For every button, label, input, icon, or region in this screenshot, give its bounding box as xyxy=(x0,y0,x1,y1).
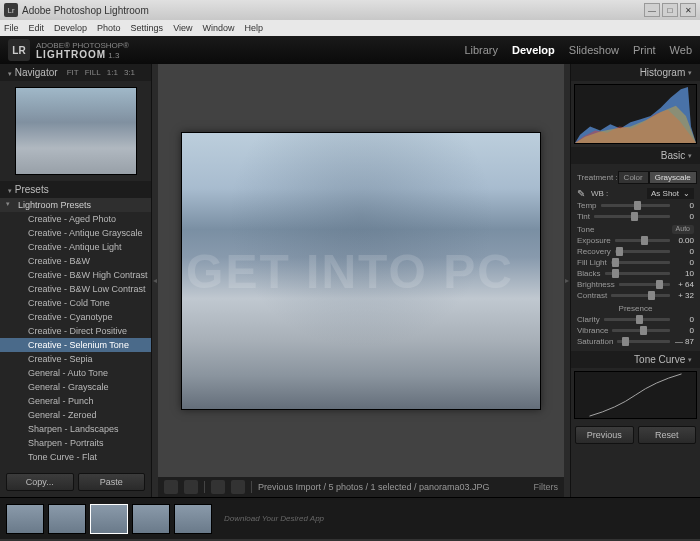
preset-item[interactable]: General - Punch xyxy=(0,394,151,408)
nav-fill[interactable]: FILL xyxy=(85,68,101,77)
tone-label: Tone xyxy=(577,225,594,234)
filmstrip-thumb[interactable] xyxy=(132,504,170,534)
preset-item[interactable]: Creative - B&W xyxy=(0,254,151,268)
copy-button[interactable]: Copy... xyxy=(6,473,74,491)
filmstrip-thumb[interactable] xyxy=(6,504,44,534)
vibrance-value[interactable]: 0 xyxy=(674,326,694,335)
preset-item[interactable]: Creative - Cyanotype xyxy=(0,310,151,324)
menu-develop[interactable]: Develop xyxy=(54,23,87,33)
treatment-grayscale[interactable]: Grayscale xyxy=(649,171,697,184)
preset-item[interactable]: Sharpen - Landscapes xyxy=(0,422,151,436)
preset-item[interactable]: General - Zeroed xyxy=(0,408,151,422)
temp-slider[interactable] xyxy=(601,204,670,207)
menu-view[interactable]: View xyxy=(173,23,192,33)
reset-button[interactable]: Reset xyxy=(638,426,697,444)
maximize-button[interactable]: □ xyxy=(662,3,678,17)
saturation-value[interactable]: — 87 xyxy=(674,337,694,346)
preset-item[interactable]: Creative - B&W Low Contrast xyxy=(0,282,151,296)
menu-file[interactable]: File xyxy=(4,23,19,33)
menu-help[interactable]: Help xyxy=(245,23,264,33)
brightness-value[interactable]: + 64 xyxy=(674,280,694,289)
nav-3-1[interactable]: 3:1 xyxy=(124,68,135,77)
brand-bar: LR ADOBE® PHOTOSHOP® LIGHTROOM 1.3 Libra… xyxy=(0,36,700,64)
exposure-value[interactable]: 0.00 xyxy=(674,236,694,245)
fill-value[interactable]: 0 xyxy=(674,258,694,267)
eyedropper-icon[interactable]: ✎ xyxy=(577,188,585,199)
preset-item[interactable]: Creative - Selenium Tone xyxy=(0,338,151,352)
reject-icon[interactable] xyxy=(231,480,245,494)
exposure-slider[interactable] xyxy=(615,239,670,242)
clarity-value[interactable]: 0 xyxy=(674,315,694,324)
preset-item[interactable]: Tone Curve - Flat xyxy=(0,450,151,464)
preset-item[interactable]: General - Grayscale xyxy=(0,380,151,394)
temp-value[interactable]: 0 xyxy=(674,201,694,210)
vibrance-label: Vibrance xyxy=(577,326,608,335)
contrast-slider[interactable] xyxy=(611,294,670,297)
loupe-icon[interactable] xyxy=(164,480,178,494)
blacks-value[interactable]: 10 xyxy=(674,269,694,278)
previous-button[interactable]: Previous xyxy=(575,426,634,444)
contrast-value[interactable]: + 32 xyxy=(674,291,694,300)
preset-item[interactable]: Creative - Cold Tone xyxy=(0,296,151,310)
tint-value[interactable]: 0 xyxy=(674,212,694,221)
menu-photo[interactable]: Photo xyxy=(97,23,121,33)
minimize-button[interactable]: — xyxy=(644,3,660,17)
brightness-slider[interactable] xyxy=(619,283,670,286)
preset-item[interactable]: Creative - Sepia xyxy=(0,352,151,366)
paste-button[interactable]: Paste xyxy=(78,473,146,491)
presets-header[interactable]: ▾ Presets xyxy=(0,181,151,198)
histogram-header[interactable]: Histogram ▾ xyxy=(571,64,700,81)
module-library[interactable]: Library xyxy=(464,44,498,56)
menu-window[interactable]: Window xyxy=(202,23,234,33)
nav-fit[interactable]: FIT xyxy=(67,68,79,77)
navigator-thumbnail[interactable] xyxy=(15,87,137,175)
app-icon: Lr xyxy=(4,3,18,17)
tonecurve-header[interactable]: Tone Curve ▾ xyxy=(571,351,700,368)
preset-item[interactable]: Creative - Antique Grayscale xyxy=(0,226,151,240)
preset-item[interactable]: General - Auto Tone xyxy=(0,366,151,380)
navigator-header[interactable]: ▾ Navigator FIT FILL 1:1 3:1 xyxy=(0,64,151,81)
compare-icon[interactable] xyxy=(184,480,198,494)
fill-slider[interactable] xyxy=(611,261,670,264)
preset-item[interactable]: Creative - Direct Positive xyxy=(0,324,151,338)
vibrance-slider[interactable] xyxy=(612,329,670,332)
preset-group[interactable]: Lightroom Presets xyxy=(0,198,151,212)
presets-title: Presets xyxy=(15,184,49,195)
recovery-slider[interactable] xyxy=(615,250,670,253)
preset-item[interactable]: Sharpen - Portraits xyxy=(0,436,151,450)
clarity-slider[interactable] xyxy=(604,318,670,321)
filmstrip-thumb[interactable] xyxy=(48,504,86,534)
module-web[interactable]: Web xyxy=(670,44,692,56)
filmstrip-thumb[interactable] xyxy=(174,504,212,534)
module-develop[interactable]: Develop xyxy=(512,44,555,56)
preset-item[interactable]: Creative - B&W High Contrast xyxy=(0,268,151,282)
basic-header[interactable]: Basic ▾ xyxy=(571,147,700,164)
fill-label: Fill Light xyxy=(577,258,607,267)
wb-dropdown[interactable]: As Shot⌄ xyxy=(647,188,694,199)
flag-icon[interactable] xyxy=(211,480,225,494)
menu-edit[interactable]: Edit xyxy=(29,23,45,33)
photo-preview[interactable] xyxy=(181,132,541,410)
brand-text: ADOBE® PHOTOSHOP® LIGHTROOM 1.3 xyxy=(36,41,129,60)
menu-settings[interactable]: Settings xyxy=(131,23,164,33)
blacks-slider[interactable] xyxy=(605,272,670,275)
tonecurve-chart[interactable] xyxy=(574,371,697,419)
recovery-value[interactable]: 0 xyxy=(674,247,694,256)
nav-1-1[interactable]: 1:1 xyxy=(107,68,118,77)
window-title: Adobe Photoshop Lightroom xyxy=(22,5,149,16)
module-print[interactable]: Print xyxy=(633,44,656,56)
histogram-chart[interactable] xyxy=(574,84,697,144)
preset-item[interactable]: Creative - Antique Light xyxy=(0,240,151,254)
brand-version: 1.3 xyxy=(108,51,119,60)
brand-main: LIGHTROOM xyxy=(36,49,106,60)
preset-item[interactable]: Creative - Aged Photo xyxy=(0,212,151,226)
saturation-slider[interactable] xyxy=(617,340,670,343)
close-button[interactable]: ✕ xyxy=(680,3,696,17)
module-slideshow[interactable]: Slideshow xyxy=(569,44,619,56)
treatment-color[interactable]: Color xyxy=(618,171,649,184)
filters-label[interactable]: Filters xyxy=(534,482,559,492)
filmstrip-thumb[interactable] xyxy=(90,504,128,534)
auto-button[interactable]: Auto xyxy=(672,225,694,234)
tint-slider[interactable] xyxy=(594,215,670,218)
recovery-label: Recovery xyxy=(577,247,611,256)
